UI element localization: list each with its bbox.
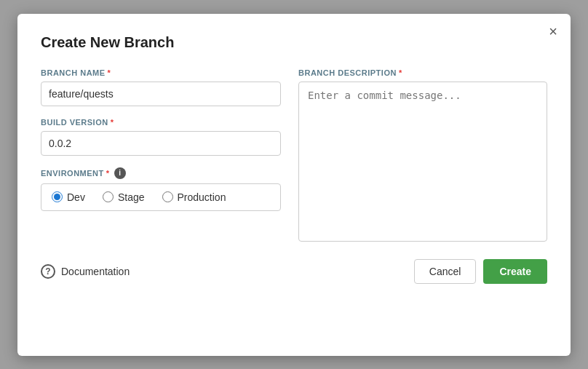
branch-name-label: BRANCH NAME* [41, 68, 281, 77]
create-button[interactable]: Create [483, 259, 547, 284]
info-icon[interactable]: i [114, 167, 126, 179]
cancel-button[interactable]: Cancel [414, 259, 477, 284]
help-icon: ? [41, 264, 55, 279]
documentation-label: Documentation [61, 266, 130, 277]
radio-stage[interactable]: Stage [103, 191, 145, 203]
required-star-3: * [106, 169, 110, 178]
modal-dialog: × Create New Branch BRANCH NAME* BUILD V… [17, 14, 571, 356]
branch-description-input[interactable] [298, 82, 547, 242]
radio-stage-label: Stage [118, 191, 145, 203]
footer-buttons: Cancel Create [414, 259, 547, 284]
environment-label: ENVIRONMENT* [41, 169, 110, 178]
radio-stage-input[interactable] [103, 191, 114, 202]
radio-dev-label: Dev [67, 191, 85, 203]
modal-title: Create New Branch [41, 34, 547, 51]
required-star-4: * [399, 68, 402, 77]
close-button[interactable]: × [549, 24, 557, 39]
environment-group: ENVIRONMENT* i Dev Stage [41, 167, 281, 211]
modal-body: BRANCH NAME* BUILD VERSION* ENVIRONMENT [41, 68, 547, 242]
documentation-link[interactable]: ? Documentation [41, 264, 130, 279]
build-version-label: BUILD VERSION* [41, 118, 281, 127]
left-column: BRANCH NAME* BUILD VERSION* ENVIRONMENT [41, 68, 281, 242]
modal-overlay: × Create New Branch BRANCH NAME* BUILD V… [0, 0, 588, 369]
radio-dev-input[interactable] [52, 191, 63, 202]
radio-production-label: Production [178, 191, 226, 203]
environment-label-row: ENVIRONMENT* i [41, 167, 281, 179]
radio-production-input[interactable] [162, 191, 173, 202]
required-star-2: * [111, 118, 114, 127]
right-column: BRANCH DESCRIPTION* [298, 68, 547, 242]
required-star: * [108, 68, 111, 77]
radio-dev[interactable]: Dev [52, 191, 85, 203]
radio-production[interactable]: Production [162, 191, 226, 203]
branch-description-label: BRANCH DESCRIPTION* [298, 68, 547, 77]
modal-footer: ? Documentation Cancel Create [41, 259, 547, 284]
build-version-input[interactable] [41, 131, 281, 156]
build-version-group: BUILD VERSION* [41, 118, 281, 156]
branch-name-group: BRANCH NAME* [41, 68, 281, 106]
environment-options: Dev Stage Production [41, 183, 281, 211]
branch-name-input[interactable] [41, 82, 281, 106]
